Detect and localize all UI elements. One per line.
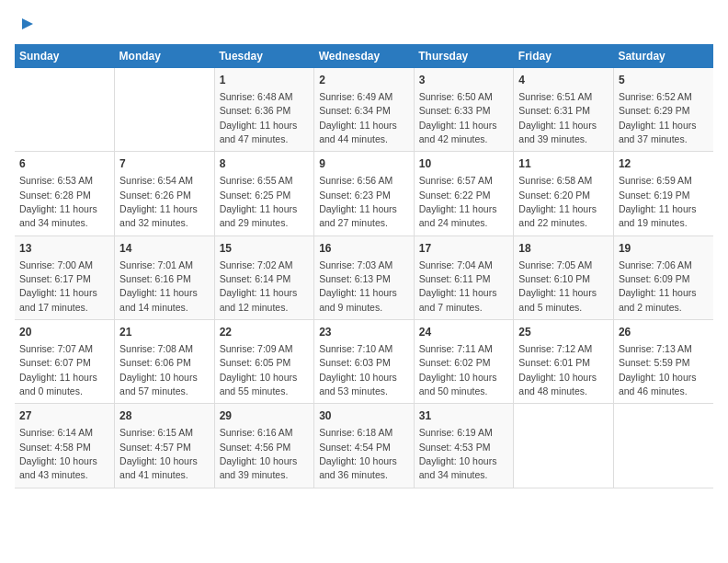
day-detail: Sunrise: 7:04 AM Sunset: 6:11 PM Dayligh… — [419, 259, 497, 313]
day-number: 22 — [220, 325, 310, 340]
day-detail: Sunrise: 6:49 AM Sunset: 6:34 PM Dayligh… — [319, 91, 397, 144]
day-detail: Sunrise: 6:59 AM Sunset: 6:19 PM Dayligh… — [619, 175, 697, 228]
logo-arrow-icon — [18, 15, 37, 33]
col-header-saturday: Saturday — [613, 44, 713, 68]
day-detail: Sunrise: 7:00 AM Sunset: 6:17 PM Dayligh… — [19, 259, 97, 313]
day-number: 14 — [119, 241, 210, 257]
calendar-week-row: 13Sunrise: 7:00 AM Sunset: 6:17 PM Dayli… — [15, 236, 713, 319]
day-detail: Sunrise: 6:14 AM Sunset: 4:58 PM Dayligh… — [19, 427, 97, 480]
day-detail: Sunrise: 6:51 AM Sunset: 6:31 PM Dayligh… — [518, 91, 597, 144]
day-number: 10 — [419, 156, 509, 172]
calendar-cell: 2Sunrise: 6:49 AM Sunset: 6:34 PM Daylig… — [314, 68, 415, 152]
day-number: 1 — [220, 73, 310, 88]
calendar-cell: 5Sunrise: 6:52 AM Sunset: 6:29 PM Daylig… — [613, 68, 713, 152]
calendar-table: SundayMondayTuesdayWednesdayThursdayFrid… — [15, 44, 713, 488]
calendar-cell: 23Sunrise: 7:10 AM Sunset: 6:03 PM Dayli… — [314, 320, 415, 404]
col-header-friday: Friday — [514, 44, 614, 68]
day-number: 18 — [518, 241, 609, 257]
calendar-cell: 22Sunrise: 7:09 AM Sunset: 6:05 PM Dayli… — [214, 320, 314, 404]
day-detail: Sunrise: 7:10 AM Sunset: 6:03 PM Dayligh… — [319, 343, 397, 396]
calendar-cell: 15Sunrise: 7:02 AM Sunset: 6:14 PM Dayli… — [214, 236, 314, 319]
calendar-cell: 28Sunrise: 6:15 AM Sunset: 4:57 PM Dayli… — [115, 404, 215, 488]
day-detail: Sunrise: 6:52 AM Sunset: 6:29 PM Dayligh… — [619, 91, 697, 144]
day-number: 3 — [419, 73, 509, 88]
calendar-cell: 17Sunrise: 7:04 AM Sunset: 6:11 PM Dayli… — [414, 236, 514, 319]
day-number: 4 — [518, 73, 609, 88]
day-number: 12 — [619, 156, 709, 172]
day-detail: Sunrise: 7:05 AM Sunset: 6:10 PM Dayligh… — [518, 259, 597, 313]
day-number: 16 — [319, 241, 409, 257]
calendar-cell — [15, 68, 115, 152]
day-number: 15 — [220, 241, 310, 257]
calendar-cell: 29Sunrise: 6:16 AM Sunset: 4:56 PM Dayli… — [214, 404, 314, 488]
day-number: 19 — [619, 241, 709, 257]
calendar-cell: 8Sunrise: 6:55 AM Sunset: 6:25 PM Daylig… — [214, 152, 314, 236]
day-number: 28 — [119, 408, 210, 424]
calendar-cell: 11Sunrise: 6:58 AM Sunset: 6:20 PM Dayli… — [514, 152, 614, 236]
day-detail: Sunrise: 7:06 AM Sunset: 6:09 PM Dayligh… — [619, 259, 697, 313]
day-number: 30 — [319, 408, 409, 424]
calendar-week-row: 20Sunrise: 7:07 AM Sunset: 6:07 PM Dayli… — [15, 320, 713, 404]
day-detail: Sunrise: 6:16 AM Sunset: 4:56 PM Dayligh… — [220, 427, 298, 480]
day-detail: Sunrise: 7:13 AM Sunset: 5:59 PM Dayligh… — [619, 343, 697, 396]
day-number: 25 — [518, 325, 609, 340]
calendar-week-row: 27Sunrise: 6:14 AM Sunset: 4:58 PM Dayli… — [15, 404, 713, 488]
calendar-cell: 16Sunrise: 7:03 AM Sunset: 6:13 PM Dayli… — [314, 236, 415, 319]
day-number: 5 — [619, 73, 709, 88]
calendar-cell — [613, 404, 713, 488]
day-number: 24 — [419, 325, 509, 340]
day-number: 27 — [19, 408, 109, 424]
calendar-cell: 13Sunrise: 7:00 AM Sunset: 6:17 PM Dayli… — [15, 236, 115, 319]
day-number: 13 — [19, 241, 109, 257]
day-number: 23 — [319, 325, 409, 340]
calendar-cell: 21Sunrise: 7:08 AM Sunset: 6:06 PM Dayli… — [115, 320, 215, 404]
day-detail: Sunrise: 7:11 AM Sunset: 6:02 PM Dayligh… — [419, 343, 497, 396]
day-detail: Sunrise: 6:56 AM Sunset: 6:23 PM Dayligh… — [319, 175, 397, 228]
calendar-cell: 7Sunrise: 6:54 AM Sunset: 6:26 PM Daylig… — [115, 152, 215, 236]
calendar-cell — [514, 404, 614, 488]
calendar-cell: 6Sunrise: 6:53 AM Sunset: 6:28 PM Daylig… — [15, 152, 115, 236]
col-header-monday: Monday — [115, 44, 215, 68]
day-detail: Sunrise: 6:54 AM Sunset: 6:26 PM Dayligh… — [119, 175, 198, 228]
day-number: 17 — [419, 241, 509, 257]
calendar-cell: 3Sunrise: 6:50 AM Sunset: 6:33 PM Daylig… — [414, 68, 514, 152]
calendar-cell: 4Sunrise: 6:51 AM Sunset: 6:31 PM Daylig… — [514, 68, 614, 152]
day-detail: Sunrise: 6:53 AM Sunset: 6:28 PM Dayligh… — [19, 175, 97, 228]
day-number: 29 — [220, 408, 310, 424]
day-number: 31 — [419, 408, 509, 424]
calendar-header-row: SundayMondayTuesdayWednesdayThursdayFrid… — [15, 44, 713, 68]
calendar-cell: 30Sunrise: 6:18 AM Sunset: 4:54 PM Dayli… — [314, 404, 415, 488]
calendar-week-row: 6Sunrise: 6:53 AM Sunset: 6:28 PM Daylig… — [15, 152, 713, 236]
calendar-cell: 26Sunrise: 7:13 AM Sunset: 5:59 PM Dayli… — [613, 320, 713, 404]
calendar-cell: 14Sunrise: 7:01 AM Sunset: 6:16 PM Dayli… — [115, 236, 215, 319]
page-header — [15, 15, 713, 33]
calendar-cell: 12Sunrise: 6:59 AM Sunset: 6:19 PM Dayli… — [613, 152, 713, 236]
day-detail: Sunrise: 7:02 AM Sunset: 6:14 PM Dayligh… — [220, 259, 298, 313]
day-detail: Sunrise: 6:58 AM Sunset: 6:20 PM Dayligh… — [518, 175, 597, 228]
day-detail: Sunrise: 6:50 AM Sunset: 6:33 PM Dayligh… — [419, 91, 497, 144]
day-detail: Sunrise: 6:55 AM Sunset: 6:25 PM Dayligh… — [220, 175, 298, 228]
calendar-cell: 25Sunrise: 7:12 AM Sunset: 6:01 PM Dayli… — [514, 320, 614, 404]
calendar-cell: 19Sunrise: 7:06 AM Sunset: 6:09 PM Dayli… — [613, 236, 713, 319]
day-number: 6 — [19, 156, 109, 172]
col-header-sunday: Sunday — [15, 44, 115, 68]
day-detail: Sunrise: 7:09 AM Sunset: 6:05 PM Dayligh… — [220, 343, 298, 396]
svg-marker-0 — [22, 18, 33, 29]
calendar-cell: 27Sunrise: 6:14 AM Sunset: 4:58 PM Dayli… — [15, 404, 115, 488]
day-detail: Sunrise: 7:08 AM Sunset: 6:06 PM Dayligh… — [119, 343, 198, 396]
day-number: 7 — [119, 156, 210, 172]
calendar-cell: 1Sunrise: 6:48 AM Sunset: 6:36 PM Daylig… — [214, 68, 314, 152]
day-number: 20 — [19, 325, 109, 340]
calendar-cell: 18Sunrise: 7:05 AM Sunset: 6:10 PM Dayli… — [514, 236, 614, 319]
calendar-week-row: 1Sunrise: 6:48 AM Sunset: 6:36 PM Daylig… — [15, 68, 713, 152]
day-detail: Sunrise: 6:48 AM Sunset: 6:36 PM Dayligh… — [220, 91, 298, 144]
col-header-wednesday: Wednesday — [314, 44, 415, 68]
day-number: 8 — [220, 156, 310, 172]
col-header-thursday: Thursday — [414, 44, 514, 68]
calendar-cell: 20Sunrise: 7:07 AM Sunset: 6:07 PM Dayli… — [15, 320, 115, 404]
day-number: 11 — [518, 156, 609, 172]
calendar-cell — [115, 68, 215, 152]
day-detail: Sunrise: 7:07 AM Sunset: 6:07 PM Dayligh… — [19, 343, 97, 396]
calendar-cell: 24Sunrise: 7:11 AM Sunset: 6:02 PM Dayli… — [414, 320, 514, 404]
day-detail: Sunrise: 7:01 AM Sunset: 6:16 PM Dayligh… — [119, 259, 198, 313]
